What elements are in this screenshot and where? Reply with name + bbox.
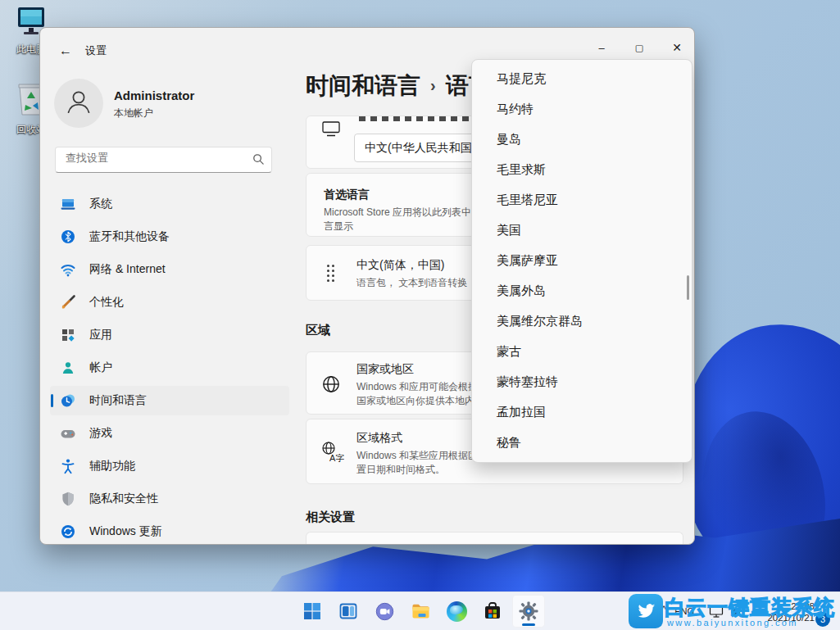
preferred-languages-desc-line2: 言显示 — [324, 220, 353, 233]
sidebar-item-label: 时间和语言 — [89, 393, 147, 408]
sidebar-item-time-language[interactable]: 时间和语言 — [50, 386, 289, 415]
speaker-icon[interactable] — [729, 605, 743, 619]
close-button[interactable]: ✕ — [658, 34, 695, 61]
chevron-right-icon: › — [430, 76, 436, 94]
country-dropdown-flyout: 马提尼克 马约特 曼岛 毛里求斯 毛里塔尼亚 美国 美属萨摩亚 美属外岛 美属维… — [471, 59, 692, 463]
sidebar-item-windows-update[interactable]: Windows 更新 — [50, 517, 289, 545]
language-row-subtitle: 语言包， 文本到语音转换， — [356, 276, 477, 290]
tray-date: 2021/10/21 — [767, 612, 815, 623]
settings-taskbar-button[interactable] — [512, 595, 545, 628]
drag-handle-icon[interactable] — [327, 265, 334, 282]
country-option[interactable]: 蒙特塞拉特 — [472, 366, 692, 397]
file-explorer-button[interactable] — [404, 595, 437, 628]
personalization-icon — [60, 294, 76, 310]
notification-count: 3 — [820, 614, 825, 624]
account-name: Administrator — [114, 88, 194, 102]
windows-start-icon — [302, 601, 322, 621]
sidebar-item-personalization[interactable]: 个性化 — [50, 288, 289, 317]
country-option[interactable]: 毛里塔尼亚 — [472, 184, 692, 215]
country-option[interactable]: 马约特 — [472, 93, 692, 124]
windows-update-icon — [60, 523, 76, 540]
globe-icon — [320, 374, 342, 395]
country-option[interactable]: 美属维尔京群岛 — [472, 306, 692, 336]
regional-format-desc-line2: 置日期和时间格式。 — [356, 463, 445, 477]
country-option[interactable]: 孟加拉国 — [472, 397, 692, 427]
apps-icon — [60, 327, 76, 343]
display-language-value: 中文(中华人民共和国) — [365, 141, 475, 156]
edge-button[interactable] — [440, 595, 473, 628]
clipped-card-title — [359, 116, 480, 121]
privacy-shield-icon — [60, 491, 76, 507]
maximize-button[interactable]: ▢ — [620, 34, 658, 61]
sidebar-nav: 系统 蓝牙和其他设备 网络 & Internet 个性化 应用 帐户 — [50, 189, 289, 545]
search-box[interactable] — [55, 147, 272, 173]
desktop: 此电脑 回收站 ← 设置 – ▢ ✕ Administrator 本地帐户 — [0, 0, 840, 630]
country-option[interactable]: 密克罗尼西亚 — [472, 457, 692, 463]
sidebar-item-bluetooth[interactable]: 蓝牙和其他设备 — [50, 222, 289, 252]
clock[interactable]: 22:08 2021/10/21 — [767, 601, 815, 623]
minimize-button[interactable]: – — [583, 34, 620, 61]
search-input[interactable] — [64, 151, 247, 165]
country-option[interactable]: 美属外岛 — [472, 275, 692, 306]
breadcrumb-root[interactable]: 时间和语言 — [306, 73, 420, 98]
related-settings-header: 相关设置 — [306, 510, 355, 525]
sidebar-item-label: 网络 & Internet — [89, 262, 166, 277]
avatar[interactable] — [54, 79, 103, 128]
preferred-languages-title: 首选语言 — [324, 188, 370, 202]
edge-icon — [447, 601, 467, 622]
search-icon — [252, 153, 265, 165]
taskbar-center-icons — [296, 595, 545, 628]
sidebar-item-accounts[interactable]: 帐户 — [50, 353, 289, 383]
country-option[interactable]: 美国 — [472, 215, 692, 245]
maximize-icon: ▢ — [635, 43, 643, 53]
monitor-tray-icon[interactable] — [709, 605, 724, 619]
country-option[interactable]: 曼岛 — [472, 124, 692, 154]
monitor-icon — [321, 120, 341, 137]
country-option[interactable]: 蒙古 — [472, 336, 692, 366]
task-view-icon — [338, 601, 358, 621]
sidebar-item-gaming[interactable]: 游戏 — [50, 419, 289, 448]
notification-badge[interactable]: 3 — [815, 612, 830, 627]
country-region-desc-line2: 国家或地区向你提供本地内 — [356, 394, 474, 408]
regional-format-desc-line1: Windows 和某些应用根据区 — [356, 449, 478, 463]
minimize-icon: – — [598, 42, 604, 54]
gear-icon — [518, 601, 539, 622]
country-list: 马提尼克 马约特 曼岛 毛里求斯 毛里塔尼亚 美国 美属萨摩亚 美属外岛 美属维… — [472, 60, 692, 463]
country-option[interactable]: 秘鲁 — [472, 427, 692, 457]
start-button[interactable] — [296, 595, 329, 628]
network-icon — [60, 261, 76, 278]
sidebar-item-accessibility[interactable]: 辅助功能 — [50, 451, 289, 481]
file-explorer-icon — [411, 601, 431, 622]
sidebar-item-label: 应用 — [89, 328, 112, 342]
preferred-languages-desc-line1: Microsoft Store 应用将以此列表中 — [324, 206, 471, 220]
sidebar-item-privacy[interactable]: 隐私和安全性 — [50, 484, 289, 514]
sidebar-item-apps[interactable]: 应用 — [50, 320, 289, 350]
close-icon: ✕ — [672, 41, 682, 54]
globe-language-icon: A字 — [320, 440, 344, 465]
task-view-button[interactable] — [332, 595, 365, 628]
sidebar-item-label: 帐户 — [89, 360, 112, 375]
system-tray: ^ ENG 22:08 2021/10/21 3 — [627, 592, 840, 630]
back-button[interactable]: ← — [53, 39, 78, 62]
country-option[interactable]: 毛里求斯 — [472, 154, 692, 184]
store-button[interactable] — [476, 595, 509, 628]
sidebar-item-system[interactable]: 系统 — [50, 189, 289, 219]
country-region-title: 国家或地区 — [356, 362, 414, 377]
sidebar-item-label: 辅助功能 — [89, 459, 135, 474]
sidebar-item-label: 游戏 — [89, 426, 112, 441]
input-language-indicator[interactable]: ENG — [674, 606, 694, 616]
region-section-header: 区域 — [306, 323, 330, 338]
accounts-icon — [60, 360, 76, 376]
account-type: 本地帐户 — [114, 107, 153, 120]
sidebar-item-network[interactable]: 网络 & Internet — [50, 255, 289, 284]
sidebar-item-label: Windows 更新 — [89, 524, 162, 539]
breadcrumb: 时间和语言›语言 — [306, 70, 492, 102]
country-option[interactable]: 美属萨摩亚 — [472, 245, 692, 275]
hidden-icons-chevron[interactable]: ^ — [661, 604, 666, 615]
related-settings-card-partial[interactable] — [306, 532, 683, 545]
taskbar: ^ ENG 22:08 2021/10/21 3 — [0, 591, 840, 630]
flyout-scrollbar[interactable] — [687, 275, 689, 300]
chat-button[interactable] — [368, 595, 401, 628]
country-option[interactable]: 马提尼克 — [472, 63, 692, 93]
store-icon — [483, 601, 502, 621]
